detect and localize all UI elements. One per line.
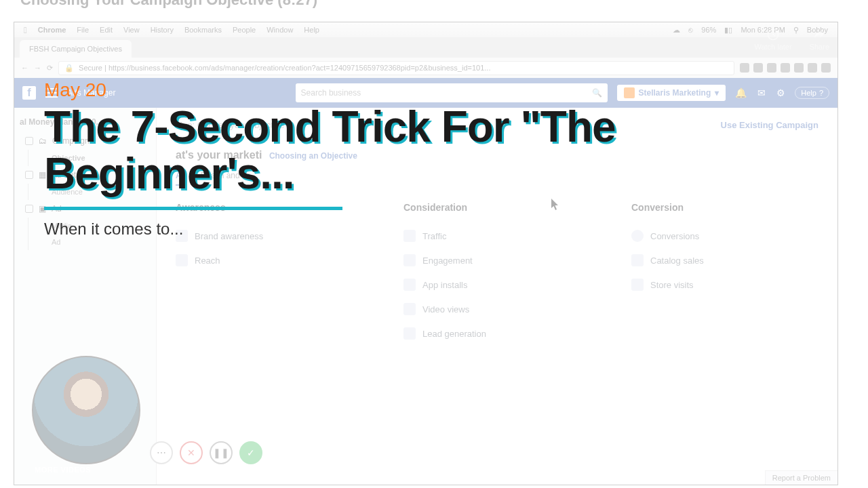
page-breadcrumb: Choosing Your Campaign Objective (8:27)	[0, 0, 868, 22]
article-date: May 20	[44, 79, 810, 101]
article-title: The 7-Second Trick For "The Beginner's..…	[44, 104, 810, 197]
watch-later-button[interactable]: Watch later	[754, 28, 791, 51]
watch-later-icon	[764, 28, 783, 41]
title-underline	[44, 207, 342, 210]
video-thumbnail-frame[interactable]:  Chrome File Edit View History Bookmark…	[14, 22, 838, 485]
article-overlay: May 20 The 7-Second Trick For "The Begin…	[44, 79, 810, 239]
share-icon	[810, 28, 829, 41]
video-top-controls: Watch later Share	[754, 28, 829, 51]
article-excerpt: When it comes to...	[44, 220, 810, 239]
share-button[interactable]: Share	[810, 28, 829, 51]
